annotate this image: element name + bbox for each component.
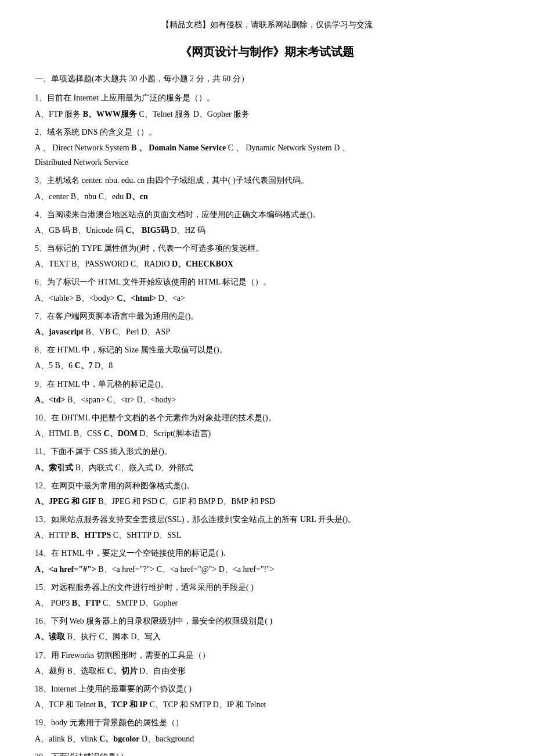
question-6-text: 6、为了标识一个 HTML 文件开始应该使用的 HTML 标记是（）。	[35, 275, 499, 289]
question-13-options: A、HTTP B、HTTPS C、SHTTP D、SSL	[35, 528, 499, 542]
question-12: 12、在网页中最为常用的两种图像格式是()。 A、JPEG 和 GIF B、JP…	[35, 478, 499, 509]
question-8: 8、在 HTML 中，标记的 Size 属性最大取值可以是()。 A、5 B、6…	[35, 343, 499, 373]
question-13: 13、如果站点服务器支持安全套接层(SSL)，那么连接到安全站点上的所有 URL…	[35, 512, 499, 542]
question-6-options: A、<table> B、<body> C、<html> D、<a>	[35, 291, 499, 305]
question-11-text: 11、下面不属于 CSS 插入形式的是()。	[35, 444, 499, 459]
question-3-text: 3、主机域名 center. nbu. edu. cn 由四个子域组成，其中( …	[35, 173, 499, 188]
question-10-options: A、HTML B、CSS C、DOM D、Script(脚本语言)	[35, 426, 499, 441]
question-6: 6、为了标识一个 HTML 文件开始应该使用的 HTML 标记是（）。 A、<t…	[35, 275, 499, 305]
question-14-options: A、<a href="#"> B、<a href="?"> C、<a href=…	[35, 562, 499, 577]
question-15-text: 15、对远程服务器上的文件进行维护时，通常采用的手段是( )	[35, 580, 499, 595]
section-intro: 一、单项选择题(本大题共 30 小题，每小题 2 分，共 60 分）	[35, 71, 499, 86]
question-4-text: 4、当阅读来自港澳台地区站点的页面文档时，应使用的正确文本编码格式是()。	[35, 207, 499, 222]
question-1: 1、目前在 Internet 上应用最为广泛的服务是（）。 A、FTP 服务 B…	[35, 91, 499, 121]
question-3-options: A、center B、nbu C、edu D、cn	[35, 189, 499, 204]
question-13-text: 13、如果站点服务器支持安全套接层(SSL)，那么连接到安全站点上的所有 URL…	[35, 512, 499, 527]
question-16-text: 16、下列 Web 服务器上的目录权限级别中，最安全的权限级别是( )	[35, 614, 499, 628]
question-11-options: A、索引式 B、内联式 C、嵌入式 D、外部式	[35, 460, 499, 475]
question-12-text: 12、在网页中最为常用的两种图像格式是()。	[35, 478, 499, 493]
question-4: 4、当阅读来自港澳台地区站点的页面文档时，应使用的正确文本编码格式是()。 A、…	[35, 207, 499, 237]
question-7: 7、在客户端网页脚本语言中最为通用的是()。 A、javascript B、VB…	[35, 309, 499, 339]
question-18-text: 18、Internet 上使用的最重要的两个协议是( )	[35, 682, 499, 696]
question-19-text: 19、body 元素用于背景颜色的属性是（）	[35, 715, 499, 730]
question-10: 10、在 DHTML 中把整个文档的各个元素作为对象处理的技术是()。 A、HT…	[35, 411, 499, 441]
top-notice: 【精品文档】如有侵权，请联系网站删除，仅供学习与交流	[35, 17, 499, 32]
question-14-text: 14、在 HTML 中，要定义一个空链接使用的标记是( ).	[35, 546, 499, 560]
question-18-options: A、TCP 和 Telnet B、TCP 和 IP C、TCP 和 SMTP D…	[35, 697, 499, 712]
question-16: 16、下列 Web 服务器上的目录权限级别中，最安全的权限级别是( ) A、读取…	[35, 614, 499, 644]
question-20: 20、下面说法错误的是( ) A、规划目录结构时，应该在每个主目录下都建立独立的…	[35, 750, 499, 756]
question-8-options: A、5 B、6 C、7 D、8	[35, 358, 499, 373]
question-1-options: A、FTP 服务 B、WWW服务 C、Telnet 服务 D、Gopher 服务	[35, 107, 499, 121]
question-19-options: A、alink B、vlink C、bgcolor D、background	[35, 732, 499, 746]
question-19: 19、body 元素用于背景颜色的属性是（） A、alink B、vlink C…	[35, 715, 499, 746]
question-9: 9、在 HTML 中，单元格的标记是()。 A、<td> B、<span> C、…	[35, 377, 499, 407]
question-9-text: 9、在 HTML 中，单元格的标记是()。	[35, 377, 499, 391]
question-18: 18、Internet 上使用的最重要的两个协议是( ) A、TCP 和 Tel…	[35, 682, 499, 712]
question-7-text: 7、在客户端网页脚本语言中最为通用的是()。	[35, 309, 499, 323]
question-5-text: 5、当标记的 TYPE 属性值为()时，代表一个可选多项的复选框。	[35, 241, 499, 255]
question-15-options: A、 POP3 B、FTP C、SMTP D、Gopher	[35, 596, 499, 610]
question-4-options: A、GB 码 B、Unicode 码 C、 BIG5码 D、HZ 码	[35, 223, 499, 237]
question-17: 17、用 Fireworks 切割图形时，需要的工具是（） A、裁剪 B、选取框…	[35, 648, 499, 678]
question-9-options: A、<td> B、<span> C、<tr> D、<body>	[35, 393, 499, 407]
question-1-text: 1、目前在 Internet 上应用最为广泛的服务是（）。	[35, 91, 499, 105]
question-16-options: A、读取 B、执行 C、脚本 D、写入	[35, 629, 499, 644]
question-20-text: 20、下面说法错误的是( )	[35, 750, 499, 756]
question-2: 2、域名系统 DNS 的含义是（）。 A 、 Direct Network Sy…	[35, 125, 499, 170]
question-5: 5、当标记的 TYPE 属性值为()时，代表一个可选多项的复选框。 A、TEXT…	[35, 241, 499, 271]
question-12-options: A、JPEG 和 GIF B、JPEG 和 PSD C、GIF 和 BMP D、…	[35, 494, 499, 509]
question-15: 15、对远程服务器上的文件进行维护时，通常采用的手段是( ) A、 POP3 B…	[35, 580, 499, 610]
question-2-text: 2、域名系统 DNS 的含义是（）。	[35, 125, 499, 139]
question-7-options: A、javascript B、VB C、Perl D、ASP	[35, 325, 499, 339]
question-14: 14、在 HTML 中，要定义一个空链接使用的标记是( ). A、<a href…	[35, 546, 499, 576]
question-17-text: 17、用 Fireworks 切割图形时，需要的工具是（）	[35, 648, 499, 663]
question-8-text: 8、在 HTML 中，标记的 Size 属性最大取值可以是()。	[35, 343, 499, 357]
main-title: 《网页设计与制作》期末考试试题	[35, 41, 499, 62]
question-17-options: A、裁剪 B、选取框 C、切片 D、自由变形	[35, 664, 499, 678]
question-5-options: A、TEXT B、PASSWORD C、RADIO D、CHECKBOX	[35, 257, 499, 271]
question-11: 11、下面不属于 CSS 插入形式的是()。 A、索引式 B、内联式 C、嵌入式…	[35, 444, 499, 474]
question-10-text: 10、在 DHTML 中把整个文档的各个元素作为对象处理的技术是()。	[35, 411, 499, 425]
question-3: 3、主机域名 center. nbu. edu. cn 由四个子域组成，其中( …	[35, 173, 499, 203]
question-2-options: A 、 Direct Network System B 、 Domain Nam…	[35, 141, 499, 170]
